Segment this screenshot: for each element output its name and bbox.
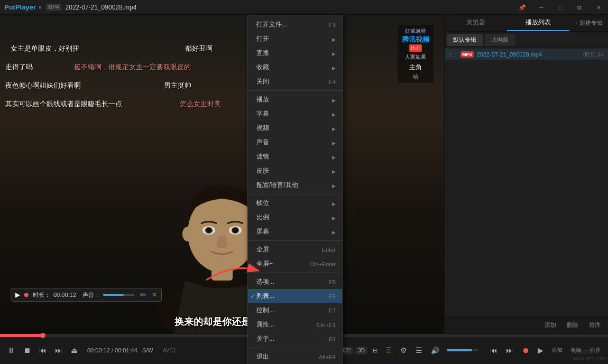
eq-btn[interactable]: ⊟ [370,345,381,356]
pl-add-footer-btn[interactable]: 添加 [549,344,566,356]
cm-item-3[interactable]: 收藏 [248,60,342,74]
cm-label-8: 声音 [256,138,332,147]
volume-fill [447,349,472,351]
video-background: 女主是单眼皮，好别扭 都好丑啊 走得了吗 挺不错啊，谁规定女主一定要双眼皮的 夜… [0,15,444,333]
pl-rec-btn[interactable]: ⏺ [519,344,532,357]
pl-add-btn[interactable]: 添加 [541,320,559,330]
cm-label-22: 退出 [256,352,315,361]
pl-play-btn[interactable]: ▶ [535,344,547,357]
tencent-line1: 好尴尬呀 [402,27,429,35]
cm-item-9[interactable]: 滤镜 [248,150,342,164]
cm-item-22[interactable]: 退出Alt+F4 [248,350,342,364]
pl-num-1: 1. [449,51,457,58]
tencent-line2: 人家如果 [402,53,429,61]
cm-divider [248,348,342,348]
pl-name-1: 2022-07-21_090028.mp4 [477,51,581,58]
cm-item-19[interactable]: 控制...F7 [248,303,342,318]
cm-item-10[interactable]: 皮肤 [248,164,342,178]
tab-add-album[interactable]: + 新建专辑 [569,15,608,31]
tencent-comment: 哈 [402,73,429,81]
volume-bar[interactable] [447,349,478,351]
pl-delete-btn[interactable]: 删除 [564,320,582,330]
mini-control: ▶ ⏺ 时长： 00:00:12 声音： ✏ ✕ [11,288,162,302]
cm-item-16[interactable]: 全屏+Ctrl+Enter [248,257,342,271]
minimize-button[interactable]: ─ [532,0,551,15]
cm-item-15[interactable]: 全屏Enter [248,242,342,257]
cm-item-8[interactable]: 声音 [248,135,342,150]
settings-btn[interactable]: ⚙ [397,344,410,357]
cm-item-20[interactable]: 属性...Ctrl+F1 [248,318,342,332]
subtab-this-pc[interactable]: 此电脑 [485,34,515,46]
stop-btn[interactable]: ⏹ [20,344,34,357]
cm-label-13: 比例 [256,213,332,222]
cm-label-19: 控制... [256,306,325,315]
cm-item-4[interactable]: 关闭F4 [248,74,342,89]
cm-item-2[interactable]: 直播 [248,46,342,60]
cm-item-11[interactable]: 配置/语言/其他 [248,178,342,192]
cm-label-14: 屏幕 [256,227,332,236]
cm-item-21[interactable]: 关于...F1 [248,332,342,346]
mini-close-btn[interactable]: ✕ [152,291,157,298]
cm-divider [248,273,342,273]
close-button[interactable]: ✕ [589,0,608,15]
tab-playlist[interactable]: 播放列表 [507,15,569,31]
tencent-badge: 比心 [409,44,422,52]
cm-label-1: 打开 [256,34,332,43]
right-panel: 浏览器 播放列表 + 新建专辑 默认专辑 此电脑 1. MP4 2022-07-… [444,15,608,333]
cm-item-14[interactable]: 屏幕 [248,225,342,239]
cm-item-12[interactable]: 帧位 [248,196,342,210]
pl-next-btn[interactable]: ⏭ [503,344,517,357]
pl-sort-btn[interactable]: 排序 [586,320,604,330]
cm-label-4: 关闭 [256,77,325,86]
cm-item-13[interactable]: 比例 [248,210,342,225]
danmaku-7: 其实可以画个眼线或者是眼睫毛长一点 [5,99,122,109]
danmaku-1: 女主是单眼皮，好别扭 [11,44,79,53]
mini-edit-icon[interactable]: ✏ [140,291,146,299]
tencent-role: 主角 [402,63,429,72]
bookmark-btn[interactable]: ☰ [383,344,395,356]
danmaku-3: 走得了吗 [5,62,33,72]
cm-label-16: 全屏+ [256,259,305,268]
title-bar: PotPlayer ∨ MP4 2022-07-21_090028.mp4 📌 … [0,0,608,15]
cm-item-1[interactable]: 打开 [248,32,342,46]
playlist-item-1[interactable]: 1. MP4 2022-07-21_090028.mp4 00:01:44 [445,49,608,60]
video-area[interactable]: 女主是单眼皮，好别扭 都好丑啊 走得了吗 挺不错啊，谁规定女主一定要双眼皮的 夜… [0,15,444,333]
danmaku-6: 男主挺帅 [164,81,191,90]
tab-browser[interactable]: 浏览器 [445,15,507,31]
pl-prev-btn[interactable]: ⏮ [487,344,501,357]
cm-item-7[interactable]: 视频 [248,121,342,135]
fullscreen-button[interactable]: ⧉ [570,0,589,15]
tencent-overlay: 好尴尬呀 腾讯视频 比心 人家如果 主角 哈 [398,25,434,83]
svg-point-8 [233,228,237,232]
cm-label-6: 字幕 [256,109,332,118]
3d-btn[interactable]: 3D [355,347,367,354]
pin-button[interactable]: 📌 [513,0,532,15]
prev-btn[interactable]: ⏮ [36,344,50,357]
volume-icon[interactable]: 🔊 [428,344,443,357]
open-btn[interactable]: ⏏ [68,344,81,357]
cm-item-6[interactable]: 字幕 [248,107,342,121]
danmaku-8: 怎么女主时美 [180,99,221,109]
menu-btn[interactable]: ☰ [412,344,426,357]
cm-item-18[interactable]: ✓列表...F6 [248,289,342,303]
cm-divider [248,240,342,241]
mini-play-btn[interactable]: ▶ [15,291,20,298]
subtab-default-album[interactable]: 默认专辑 [447,34,483,46]
progress-thumb[interactable] [40,333,45,338]
time-display: 00:00:12 / 00:01:44 S/W [87,347,153,353]
codec-info: AVC1 [163,348,176,353]
filename: 2022-07-21_090028.mp4 [66,4,137,11]
play-pause-btn[interactable]: ⏸ [4,344,18,357]
restore-button[interactable]: □ [551,0,570,15]
cm-item-17[interactable]: 选项...F5 [248,275,342,289]
mini-vol-bar[interactable] [103,294,135,296]
cm-item-0[interactable]: 打开文件...F3 [248,17,342,32]
cm-label-21: 关于... [256,334,325,343]
pl-dur-1: 00:01:44 [583,52,604,58]
cm-label-10: 皮肤 [256,166,332,175]
format-badge: MP4 [46,4,61,11]
cm-item-5[interactable]: 播放 [248,92,342,107]
next-btn[interactable]: ⏭ [52,344,66,357]
mini-rec-btn[interactable]: ⏺ [23,291,30,298]
danmaku-4: 挺不错啊，谁规定女主一定要双眼皮的 [74,62,191,72]
